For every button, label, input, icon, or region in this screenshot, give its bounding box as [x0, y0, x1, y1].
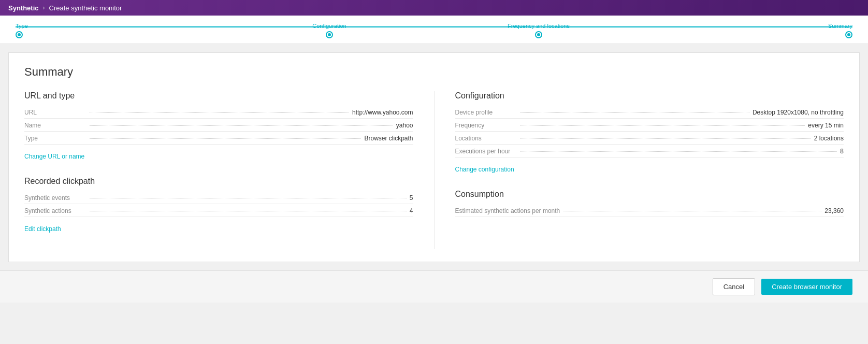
name-dots	[90, 125, 393, 126]
step-frequency-label: Frequency and locations	[508, 23, 570, 29]
executions-row: Executions per hour 8	[455, 148, 844, 157]
header-chevron-icon: ›	[43, 4, 45, 11]
step-type: Type	[16, 23, 225, 38]
synthetic-actions-value: 4	[410, 207, 413, 214]
frequency-value: every 15 min	[808, 122, 844, 129]
name-label: Name	[24, 122, 86, 129]
header-page-title: Create synthetic monitor	[49, 4, 122, 12]
locations-value: 2 locations	[814, 135, 844, 142]
type-row: Type Browser clickpath	[24, 135, 413, 145]
two-column-layout: URL and type URL http://www.yahoo.com Na…	[24, 91, 844, 249]
frequency-row: Frequency every 15 min	[455, 122, 844, 132]
step-summary-dot-inner	[847, 33, 850, 36]
name-row: Name yahoo	[24, 122, 413, 132]
step-type-label: Type	[16, 23, 28, 29]
synthetic-events-value: 5	[410, 194, 413, 202]
consumption-section: Consumption Estimated synthetic actions …	[455, 190, 844, 217]
page-title: Summary	[24, 65, 844, 79]
progress-steps: Type Configuration Frequency and locatio…	[16, 23, 852, 38]
executions-label: Executions per hour	[455, 148, 517, 155]
executions-dots	[520, 151, 837, 152]
device-profile-row: Device profile Desktop 1920x1080, no thr…	[455, 109, 844, 119]
step-frequency: Frequency and locations	[434, 23, 643, 38]
device-profile-value: Desktop 1920x1080, no throttling	[753, 109, 844, 116]
url-dots	[90, 112, 349, 113]
create-monitor-button[interactable]: Create browser monitor	[761, 279, 852, 295]
recorded-clickpath-section: Recorded clickpath Synthetic events 5 Sy…	[24, 177, 413, 233]
step-type-dot-inner	[18, 33, 21, 36]
change-configuration-link[interactable]: Change configuration	[455, 166, 514, 173]
locations-label: Locations	[455, 135, 517, 142]
main-content: Summary URL and type URL http://www.yaho…	[8, 52, 860, 262]
step-type-dot	[16, 31, 23, 38]
estimated-actions-label: Estimated synthetic actions per month	[455, 207, 560, 214]
configuration-section-title: Configuration	[455, 91, 844, 101]
locations-dots	[520, 138, 811, 139]
step-summary: Summary	[643, 23, 852, 38]
url-type-section-title: URL and type	[24, 91, 413, 101]
edit-clickpath-link[interactable]: Edit clickpath	[24, 225, 61, 233]
recorded-clickpath-title: Recorded clickpath	[24, 177, 413, 186]
header-synthetic-link[interactable]: Synthetic	[8, 4, 39, 12]
step-configuration-label: Configuration	[312, 23, 346, 29]
device-profile-dots	[520, 112, 749, 113]
type-value: Browser clickpath	[364, 135, 413, 142]
synthetic-actions-label: Synthetic actions	[24, 207, 86, 214]
synthetic-actions-row: Synthetic actions 4	[24, 207, 413, 217]
step-frequency-dot-inner	[537, 33, 540, 36]
progress-area: Type Configuration Frequency and locatio…	[0, 16, 868, 44]
url-row: URL http://www.yahoo.com	[24, 109, 413, 119]
synthetic-events-row: Synthetic events 5	[24, 194, 413, 204]
step-configuration-dot-inner	[328, 33, 331, 36]
synthetic-actions-dots	[90, 211, 407, 211]
frequency-dots	[520, 125, 805, 126]
configuration-section: Configuration Device profile Desktop 192…	[455, 91, 844, 173]
change-url-link[interactable]: Change URL or name	[24, 153, 84, 160]
cancel-button[interactable]: Cancel	[713, 278, 755, 295]
type-dots	[90, 138, 361, 139]
synthetic-events-dots	[90, 198, 407, 198]
right-column: Configuration Device profile Desktop 192…	[455, 91, 844, 249]
step-summary-dot	[845, 31, 852, 38]
url-label: URL	[24, 109, 86, 116]
bottom-bar: Cancel Create browser monitor	[0, 270, 868, 303]
executions-value: 8	[840, 148, 844, 155]
step-configuration-dot	[326, 31, 333, 38]
synthetic-events-label: Synthetic events	[24, 194, 86, 202]
device-profile-label: Device profile	[455, 109, 517, 116]
locations-row: Locations 2 locations	[455, 135, 844, 145]
estimated-actions-value: 23,360	[824, 207, 844, 214]
step-frequency-dot	[535, 31, 542, 38]
url-value: http://www.yahoo.com	[352, 109, 413, 116]
left-column: URL and type URL http://www.yahoo.com Na…	[24, 91, 435, 249]
app-header: Synthetic › Create synthetic monitor	[0, 0, 868, 16]
step-summary-label: Summary	[828, 23, 852, 29]
consumption-section-title: Consumption	[455, 190, 844, 199]
estimated-actions-row: Estimated synthetic actions per month 23…	[455, 207, 844, 217]
step-configuration: Configuration	[225, 23, 434, 38]
url-type-section: URL and type URL http://www.yahoo.com Na…	[24, 91, 413, 160]
estimated-actions-dots	[563, 211, 821, 211]
name-value: yahoo	[396, 122, 413, 129]
type-label: Type	[24, 135, 86, 142]
frequency-label: Frequency	[455, 122, 517, 129]
